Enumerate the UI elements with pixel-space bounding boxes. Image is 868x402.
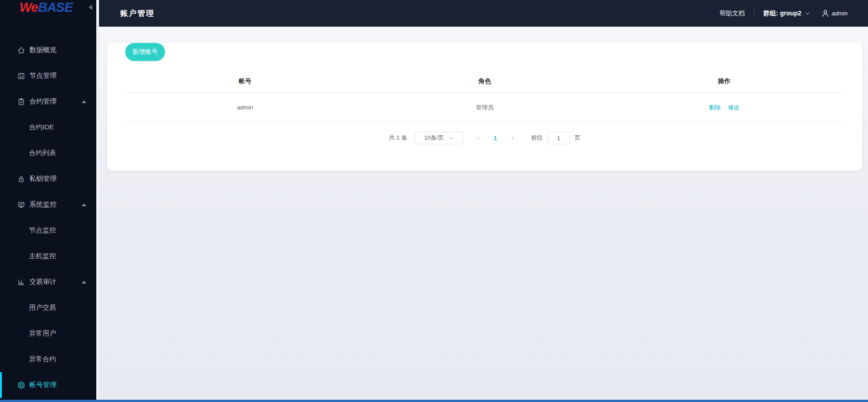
lock-icon xyxy=(17,175,25,183)
sidebar-item-label: 合约管理 xyxy=(29,97,57,106)
sidebar-item-node-management[interactable]: 节点管理 xyxy=(0,63,96,89)
main-column: 账户管理 帮助文档 群组: group2 admin 新增账号 xyxy=(99,0,868,402)
sidebar-item-user-transaction[interactable]: 用户交易 xyxy=(0,295,96,321)
chevron-down-icon xyxy=(448,137,453,140)
delete-link[interactable]: 删除 xyxy=(709,104,721,112)
sidebar-item-label: 私钥管理 xyxy=(29,175,57,183)
current-page[interactable]: 1 xyxy=(487,135,504,142)
group-switcher[interactable]: 群组: group2 xyxy=(764,9,810,18)
topbar-right: 帮助文档 群组: group2 admin xyxy=(720,9,848,18)
account-card: 新增账号 帐号 角色 操作 admin 管理员 删除 修改 共 1 条 xyxy=(107,43,862,170)
sidebar-item-label: 异常用户 xyxy=(29,329,56,338)
user-name: admin xyxy=(832,10,848,17)
logo-we: We xyxy=(19,0,38,14)
prev-page-button[interactable]: ‹ xyxy=(470,134,487,142)
sidebar-item-label: 交易审计 xyxy=(29,278,57,286)
sidebar-item-abnormal-user[interactable]: 异常用户 xyxy=(0,321,96,346)
column-header-account: 帐号 xyxy=(125,77,365,85)
content-area: 新增账号 帐号 角色 操作 admin 管理员 删除 修改 共 1 条 xyxy=(99,27,868,402)
sidebar-collapse-icon[interactable] xyxy=(89,5,92,10)
bar-chart-icon xyxy=(17,278,25,286)
collapse-arrow-icon xyxy=(82,281,86,284)
collapse-arrow-icon xyxy=(82,100,86,103)
sidebar-item-label: 节点监控 xyxy=(29,226,56,235)
page-size-value: 10条/页 xyxy=(424,134,444,142)
cell-account: admin xyxy=(125,104,365,111)
sidebar-item-label: 数据概览 xyxy=(29,46,57,54)
sidebar-item-account-management[interactable]: 帐号管理 xyxy=(0,372,96,398)
group-label: 群组: group2 xyxy=(764,9,802,18)
table-row: admin 管理员 删除 修改 xyxy=(125,93,844,122)
pagination-total: 共 1 条 xyxy=(389,134,407,142)
chevron-down-icon xyxy=(805,11,810,16)
sidebar: WeBASE 数据概览 节点管理 合约管理 合约IDE 合约列表 xyxy=(0,0,96,402)
column-header-actions: 操作 xyxy=(604,77,844,85)
sidebar-item-contract-ide[interactable]: 合约IDE xyxy=(0,114,96,140)
page-suffix-label: 页 xyxy=(575,134,580,142)
logo-row: WeBASE xyxy=(0,0,96,14)
sidebar-item-label: 用户交易 xyxy=(29,303,56,312)
pagination: 共 1 条 10条/页 ‹ 1 › 前往 页 xyxy=(125,122,844,154)
monitor-icon xyxy=(17,201,25,209)
sidebar-item-label: 合约列表 xyxy=(29,149,56,157)
add-account-button[interactable]: 新增账号 xyxy=(125,43,165,61)
bottom-scrollbar-strip[interactable] xyxy=(0,400,868,402)
topbar-divider xyxy=(754,10,755,17)
sidebar-item-host-monitor[interactable]: 主机监控 xyxy=(0,243,96,269)
page-size-select[interactable]: 10条/页 xyxy=(415,132,463,144)
hexagon-badge-icon xyxy=(17,381,25,389)
page-title: 账户管理 xyxy=(120,8,155,19)
column-header-role: 角色 xyxy=(365,77,604,85)
collapse-arrow-icon xyxy=(82,203,86,206)
user-icon xyxy=(821,9,830,18)
sidebar-item-contract-management[interactable]: 合约管理 xyxy=(0,89,96,114)
sidebar-item-label: 帐号管理 xyxy=(29,381,57,389)
sidebar-item-node-monitor[interactable]: 节点监控 xyxy=(0,218,96,243)
sidebar-item-label: 系统监控 xyxy=(29,200,57,209)
sidebar-item-label: 异常合约 xyxy=(29,355,56,364)
sidebar-item-label: 合约IDE xyxy=(29,123,54,132)
sidebar-item-system-monitor[interactable]: 系统监控 xyxy=(0,192,96,218)
sidebar-item-transaction-audit[interactable]: 交易审计 xyxy=(0,269,96,295)
goto-page-input[interactable] xyxy=(547,132,570,144)
sidebar-item-contract-list[interactable]: 合约列表 xyxy=(0,140,96,166)
sidebar-item-abnormal-contract[interactable]: 异常合约 xyxy=(0,346,96,372)
calendar-icon xyxy=(17,72,25,80)
modify-link[interactable]: 修改 xyxy=(728,104,740,112)
logo-base: BASE xyxy=(38,0,73,14)
webase-logo[interactable]: WeBASE xyxy=(19,0,73,14)
sidebar-item-label: 节点管理 xyxy=(29,71,57,80)
next-page-button[interactable]: › xyxy=(504,134,521,142)
goto-label: 前往 xyxy=(531,134,543,142)
table-header-row: 帐号 角色 操作 xyxy=(125,70,844,93)
cell-actions: 删除 修改 xyxy=(604,104,844,112)
account-table: 帐号 角色 操作 admin 管理员 删除 修改 xyxy=(125,70,844,122)
topbar: 账户管理 帮助文档 群组: group2 admin xyxy=(99,0,868,27)
home-icon xyxy=(17,46,25,54)
sidebar-menu: 数据概览 节点管理 合约管理 合约IDE 合约列表 私钥管理 xyxy=(0,14,96,398)
sidebar-item-private-key[interactable]: 私钥管理 xyxy=(0,166,96,192)
sidebar-item-label: 主机监控 xyxy=(29,252,56,260)
cell-role: 管理员 xyxy=(365,104,604,112)
sidebar-item-data-overview[interactable]: 数据概览 xyxy=(0,37,96,63)
help-docs-link[interactable]: 帮助文档 xyxy=(720,9,745,18)
user-menu[interactable]: admin xyxy=(821,9,848,18)
clipboard-icon xyxy=(17,98,25,106)
